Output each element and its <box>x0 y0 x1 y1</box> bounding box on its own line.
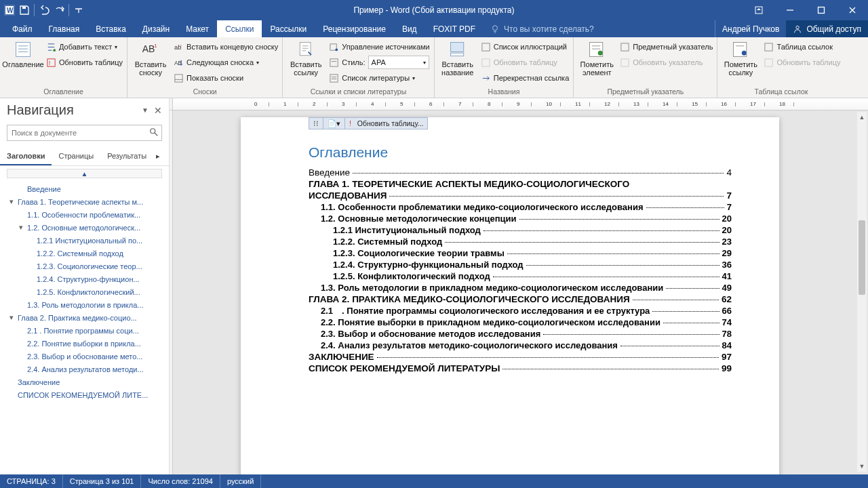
nav-tree-item[interactable]: 2.1 . Понятие программы соци... <box>3 324 166 337</box>
tab-file[interactable]: Файл <box>4 20 41 37</box>
update-figures-button[interactable]: Обновить таблицу <box>481 56 570 69</box>
tab-mailings[interactable]: Рассылки <box>262 20 315 37</box>
tab-insert[interactable]: Вставка <box>87 20 134 37</box>
toc-field-banner[interactable]: ⁝⁝ 📄▾ ! Обновить таблицу... <box>309 117 428 129</box>
insert-endnote-button[interactable]: abiВставить концевую сноску <box>174 40 278 54</box>
toc-entry[interactable]: СПИСОК РЕКОМЕНДУЕМОЙ ЛИТЕРАТУРЫ99 <box>309 363 732 373</box>
nav-collapse-icon[interactable]: ▲ <box>7 169 162 178</box>
nav-tree-item[interactable]: 1.2.4. Структурно-функцион... <box>3 272 166 285</box>
tab-review[interactable]: Рецензирование <box>315 20 394 37</box>
nav-tree-item[interactable]: Введение <box>3 182 166 195</box>
tab-view[interactable]: Вид <box>394 20 425 37</box>
nav-close-icon[interactable]: ✕ <box>154 105 162 116</box>
toc-button[interactable]: Оглавление <box>4 40 42 68</box>
nav-tree-item[interactable]: 1.2.5. Конфликтологический... <box>3 285 166 298</box>
nav-tree-item[interactable]: 1.2.3. Социологические теор... <box>3 260 166 272</box>
toc-entry[interactable]: 2.1 . Понятие программы социологического… <box>309 306 732 316</box>
undo-icon[interactable] <box>39 5 50 16</box>
qat-customize-icon[interactable] <box>73 5 84 16</box>
status-word-count[interactable]: Число слов: 21094 <box>141 474 220 488</box>
toc-entry[interactable]: ГЛАВА 1. ТЕОРЕТИЧЕСКИЕ АСПЕКТЫ МЕДИКО-СО… <box>309 179 732 189</box>
ribbon-display-options-icon[interactable] <box>743 0 774 20</box>
toc-menu-icon[interactable]: 📄▾ <box>328 119 340 128</box>
nav-tab-headings[interactable]: Заголовки <box>0 148 52 165</box>
nav-tree-item[interactable]: 2.2. Понятие выборки в прикла... <box>3 337 166 350</box>
insert-index-button[interactable]: Предметный указатель <box>620 40 713 54</box>
horizontal-ruler[interactable]: 0123456789101112131415161718 <box>170 98 868 110</box>
mark-entry-button[interactable]: Пометить элемент <box>578 40 616 77</box>
scroll-down-icon[interactable]: ▼ <box>857 461 867 472</box>
show-footnotes-button[interactable]: Показать сноски <box>174 71 278 85</box>
toc-entry[interactable]: ГЛАВА 2. ПРАКТИКА МЕДИКО-СОЦИОЛОГИЧЕСКОГ… <box>309 294 732 304</box>
toc-entry[interactable]: 1.2.2. Системный подход23 <box>309 237 732 247</box>
status-page-short[interactable]: СТРАНИЦА: 3 <box>0 474 63 488</box>
citation-style-select[interactable]: Стиль: APA▾ <box>329 56 429 69</box>
tab-design[interactable]: Дизайн <box>134 20 178 37</box>
insert-toa-button[interactable]: Таблица ссылок <box>764 40 840 54</box>
nav-tree-item[interactable]: ▾Глава 1. Теоретические аспекты м... <box>3 195 166 208</box>
tell-me-search[interactable]: Что вы хотите сделать? <box>484 20 601 37</box>
nav-tree-item[interactable]: ▾1.2. Основные методологическ... <box>3 221 166 234</box>
share-button[interactable]: Общий доступ <box>786 20 868 37</box>
minimize-icon[interactable] <box>774 0 806 20</box>
nav-tree-item[interactable]: 2.3. Выбор и обоснование мето... <box>3 350 166 363</box>
nav-tree-item[interactable]: СПИСОК РЕКОМЕНДУЕМОЙ ЛИТЕ... <box>3 388 166 401</box>
toc-handle-icon[interactable]: ⁝⁝ <box>313 119 319 127</box>
update-index-button[interactable]: Обновить указатель <box>620 56 713 69</box>
toc-entry[interactable]: 1.1. Особенности проблематики медико-соц… <box>309 202 732 212</box>
status-language[interactable]: русский <box>220 474 261 488</box>
bibliography-button[interactable]: Список литературы▾ <box>329 71 429 85</box>
nav-tab-overflow[interactable]: ▸ <box>153 148 163 165</box>
toc-entry[interactable]: 2.2. Понятие выборки в прикладном медико… <box>309 317 732 327</box>
search-icon[interactable] <box>149 127 159 137</box>
twisty-icon[interactable]: ▾ <box>8 197 15 206</box>
close-icon[interactable] <box>837 0 868 20</box>
toc-entry[interactable]: 2.3. Выбор и обоснование методов исследо… <box>309 329 732 339</box>
toc-entry[interactable]: ЗАКЛЮЧЕНИЕ97 <box>309 352 732 362</box>
nav-tree-item[interactable]: 1.2.1 Институциональный по... <box>3 234 166 247</box>
nav-tree-item[interactable]: 1.2.2. Системный подход <box>3 247 166 260</box>
redo-icon[interactable] <box>54 5 64 16</box>
tab-foxit[interactable]: FOXIT PDF <box>425 20 484 37</box>
manage-sources-button[interactable]: Управление источниками <box>329 40 429 54</box>
cross-reference-button[interactable]: Перекрестная ссылка <box>481 71 570 85</box>
toc-entry[interactable]: 1.2. Основные методологические концепции… <box>309 214 732 224</box>
next-footnote-button[interactable]: ABСледующая сноска▾ <box>174 56 278 69</box>
toc-entry[interactable]: 1.2.1 Институциональный подход20 <box>309 225 732 235</box>
mark-citation-button[interactable]: Пометить ссылку <box>722 40 760 77</box>
save-icon[interactable] <box>19 5 30 16</box>
toc-entry[interactable]: ИССЛЕДОВАНИЯ7 <box>309 190 732 201</box>
toc-entry[interactable]: 1.2.4. Структурно-функциональный подход3… <box>309 260 732 270</box>
nav-tree-item[interactable]: 1.3. Роль методологии в прикла... <box>3 298 166 311</box>
nav-tree-item[interactable]: 1.1. Особенности проблематик... <box>3 208 166 221</box>
status-page-of[interactable]: Страница 3 из 101 <box>63 474 142 488</box>
nav-tree-item[interactable]: ▾Глава 2. Практика медико-социо... <box>3 311 166 324</box>
insert-caption-button[interactable]: Вставить название <box>439 40 477 77</box>
tab-home[interactable]: Главная <box>41 20 88 37</box>
toc-entry[interactable]: 1.2.5. Конфликтологический подход41 <box>309 271 732 281</box>
scrollbar-thumb[interactable] <box>859 220 865 295</box>
update-toa-button[interactable]: Обновить таблицу <box>764 56 840 69</box>
maximize-icon[interactable] <box>806 0 837 20</box>
scroll-up-icon[interactable]: ▲ <box>857 112 867 123</box>
insert-footnote-button[interactable]: AB1 Вставить сноску <box>132 40 170 77</box>
nav-search-input[interactable] <box>7 125 162 141</box>
toc-entry[interactable]: 1.2.3. Социологические теории травмы29 <box>309 248 732 258</box>
twisty-icon[interactable]: ▾ <box>8 313 15 322</box>
page-scroll[interactable]: ⁝⁝ 📄▾ ! Обновить таблицу... Оглавление В… <box>173 110 868 474</box>
signed-in-user[interactable]: Андрей Пучков <box>715 20 786 37</box>
tab-layout[interactable]: Макет <box>178 20 217 37</box>
nav-menu-icon[interactable]: ▼ <box>142 106 149 114</box>
vertical-scrollbar[interactable]: ▲ ▼ <box>857 112 867 472</box>
add-text-button[interactable]: Добавить текст▾ <box>46 40 123 54</box>
insert-citation-button[interactable]: Вставить ссылку <box>287 40 325 77</box>
nav-tree-item[interactable]: Заключение <box>3 375 166 388</box>
tab-references[interactable]: Ссылки <box>217 20 262 37</box>
twisty-icon[interactable]: ▾ <box>18 223 24 232</box>
nav-tab-results[interactable]: Результаты <box>100 148 153 165</box>
toc-entry[interactable]: 1.3. Роль методологии в прикладном медик… <box>309 283 732 293</box>
nav-tab-pages[interactable]: Страницы <box>52 148 100 165</box>
toc-entry[interactable]: Введение4 <box>309 167 732 178</box>
list-of-figures-button[interactable]: Список иллюстраций <box>481 40 570 54</box>
toc-entry[interactable]: 2.4. Анализ результатов методико-социоло… <box>309 340 732 350</box>
